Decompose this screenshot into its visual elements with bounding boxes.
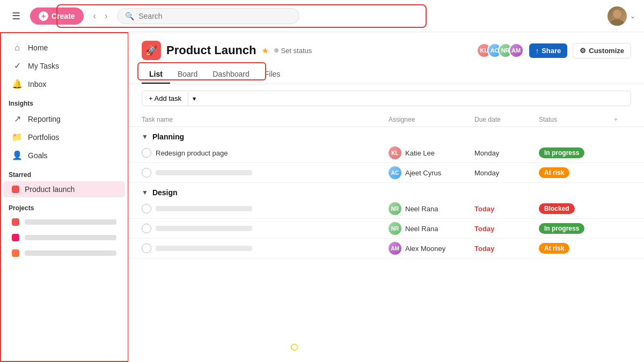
assignee-avatar-2: AC: [389, 166, 401, 179]
col-task-name: Task name: [142, 116, 389, 123]
product-launch-dot: [12, 186, 19, 193]
team-avatar-4: AM: [509, 43, 524, 58]
customize-icon: ⚙: [580, 47, 586, 55]
assignee-avatar-5: AM: [389, 242, 401, 255]
create-button[interactable]: + Create: [30, 8, 84, 25]
sidebar-item-label-inbox: Inbox: [28, 80, 46, 88]
project-icon: 🚀: [142, 41, 161, 60]
col-add[interactable]: +: [614, 116, 631, 123]
status-badge-1: In progress: [539, 147, 584, 158]
check-icon: ✓: [12, 61, 23, 71]
project-name: Product Launch: [166, 43, 256, 57]
tab-dashboard[interactable]: Dashboard: [205, 65, 257, 84]
tabs-row: List Board Dashboard Files: [129, 60, 644, 84]
tab-list[interactable]: List: [142, 65, 170, 84]
customize-button[interactable]: ⚙ Customize: [573, 43, 631, 58]
task-check-2[interactable]: [142, 168, 151, 178]
svg-point-1: [610, 19, 625, 26]
chevron-down-icon: ⌄: [630, 12, 635, 20]
task-name-cell: Redesign product page: [142, 148, 389, 158]
task-check-4[interactable]: [142, 224, 151, 233]
assignee-cell-3: NR Neel Rana: [389, 202, 474, 215]
sidebar-item-my-tasks[interactable]: ✓ My Tasks: [3, 57, 125, 75]
user-avatar: [608, 6, 627, 26]
status-cell-5: At risk: [539, 243, 614, 254]
table-header: Task name Assignee Due date Status +: [129, 113, 644, 127]
task-name-placeholder-5: [156, 246, 252, 251]
sidebar-item-product-launch[interactable]: Product launch: [3, 181, 125, 197]
watermark: ⬡ BENOCODE: [290, 342, 353, 352]
svg-point-0: [613, 10, 621, 18]
due-date-3: Today: [474, 205, 539, 213]
insights-section-label: Insights: [0, 93, 128, 109]
set-status[interactable]: Set status: [274, 47, 312, 55]
project-header-actions: KL AC NR AM ↑ Share ⚙ Customize: [477, 43, 631, 58]
section-planning: ▼ Planning: [129, 127, 644, 143]
search-input[interactable]: [138, 12, 291, 20]
due-date-2: Monday: [474, 169, 539, 177]
share-icon: ↑: [536, 47, 539, 55]
plus-icon: +: [39, 11, 48, 21]
project-title-row: 🚀 Product Launch ★ Set status: [142, 41, 312, 60]
sidebar-item-label-my-tasks: My Tasks: [28, 62, 59, 70]
section-chevron-planning[interactable]: ▼: [142, 133, 148, 141]
hamburger-button[interactable]: ☰: [9, 7, 24, 25]
sidebar-item-label-reporting: Reporting: [28, 115, 61, 123]
sidebar-item-goals[interactable]: 👤 Goals: [3, 146, 125, 164]
project-3-placeholder: [25, 250, 116, 256]
forward-arrow-button[interactable]: ›: [101, 9, 111, 23]
status-cell-1: In progress: [539, 147, 614, 158]
sidebar-item-project-1[interactable]: [3, 215, 125, 230]
sidebar-item-label-goals: Goals: [28, 151, 48, 160]
assignee-name-4: Neel Rana: [405, 225, 438, 233]
table-row: AM Alex Mooney Today At risk: [129, 239, 644, 258]
project-3-dot: [12, 249, 19, 257]
tab-board[interactable]: Board: [170, 65, 205, 84]
assignee-name-2: Ajeet Cyrus: [405, 169, 441, 177]
user-avatar-container[interactable]: ⌄: [608, 6, 635, 26]
team-avatars: KL AC NR AM: [477, 43, 524, 58]
sidebar-item-project-2[interactable]: [3, 230, 125, 245]
task-check-5[interactable]: [142, 243, 151, 253]
starred-section-label: Starred: [0, 165, 128, 181]
sidebar-item-project-3[interactable]: [3, 246, 125, 261]
share-button[interactable]: ↑ Share: [529, 43, 568, 58]
sidebar-item-reporting[interactable]: ↗ Reporting: [3, 110, 125, 128]
task-name-text-1: Redesign product page: [156, 149, 228, 157]
topnav: ☰ + Create ‹ › 🔍 ⌄: [0, 0, 644, 32]
projects-section-label: Projects: [0, 198, 128, 214]
sidebar-item-portfolios[interactable]: 📁 Portfolios: [3, 128, 125, 146]
star-icon[interactable]: ★: [261, 46, 269, 56]
sidebar: ⌂ Home ✓ My Tasks 🔔 Inbox Insights ↗ Rep…: [0, 32, 129, 362]
tab-files[interactable]: Files: [257, 65, 288, 84]
status-badge-2: At risk: [539, 167, 569, 178]
sidebar-item-inbox[interactable]: 🔔 Inbox: [3, 75, 125, 93]
back-arrow-button[interactable]: ‹: [90, 9, 99, 23]
main-layout: ⌂ Home ✓ My Tasks 🔔 Inbox Insights ↗ Rep…: [0, 32, 644, 362]
project-1-placeholder: [25, 219, 116, 225]
due-date-5: Today: [474, 245, 539, 253]
status-cell-4: In progress: [539, 223, 614, 234]
sidebar-item-home[interactable]: ⌂ Home: [3, 39, 125, 56]
section-name-design: Design: [152, 188, 178, 197]
project-1-dot: [12, 218, 19, 226]
table-row: Redesign product page KL Katie Lee Monda…: [129, 143, 644, 163]
task-name-placeholder-3: [156, 206, 252, 211]
task-check-3[interactable]: [142, 204, 151, 213]
add-task-btn[interactable]: + Add task ▾: [142, 91, 631, 106]
assignee-cell-2: AC Ajeet Cyrus: [389, 166, 474, 179]
col-status: Status: [539, 116, 614, 123]
task-check-1[interactable]: [142, 148, 151, 158]
status-badge-5: At risk: [539, 243, 569, 254]
task-name-cell-5: [142, 243, 389, 253]
col-assignee: Assignee: [389, 116, 474, 123]
section-name-planning: Planning: [152, 132, 184, 141]
add-task-row: + Add task ▾: [129, 84, 644, 113]
task-name-placeholder-2: [156, 170, 252, 175]
section-chevron-design[interactable]: ▼: [142, 189, 148, 196]
assignee-avatar-4: NR: [389, 222, 401, 235]
add-task-main-button[interactable]: + Add task: [142, 91, 188, 106]
main-content: 🚀 Product Launch ★ Set status KL AC NR A…: [129, 32, 644, 362]
assignee-name-5: Alex Mooney: [405, 245, 445, 253]
add-task-chevron-button[interactable]: ▾: [188, 92, 200, 106]
